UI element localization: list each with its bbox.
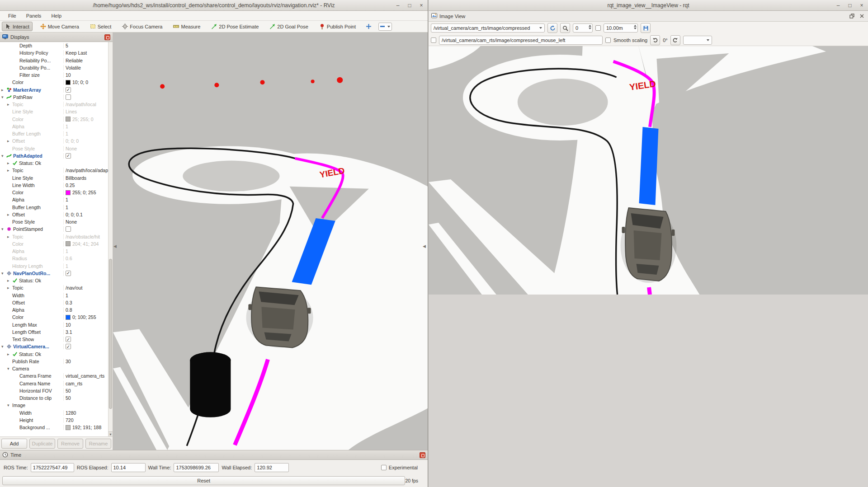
tool-options-combo[interactable] bbox=[378, 23, 392, 31]
tool-publish-point[interactable]: Publish Point bbox=[316, 22, 359, 31]
property-value[interactable]: 10 bbox=[66, 322, 71, 328]
property-value[interactable]: /nav/path/local bbox=[66, 102, 96, 107]
property-value[interactable]: None bbox=[66, 146, 77, 151]
topic-combo[interactable]: /virtual_camera/cam_rts/image/compressed bbox=[431, 23, 545, 33]
property-row[interactable]: Pose StyleNone bbox=[0, 218, 108, 225]
time-panel-header[interactable]: Time bbox=[0, 450, 428, 460]
property-row[interactable]: Buffer Length1 bbox=[0, 204, 108, 211]
property-value[interactable]: 5 bbox=[66, 43, 68, 48]
collapse-right-icon[interactable]: ◀ bbox=[423, 241, 427, 251]
property-value[interactable]: 1280 bbox=[66, 410, 76, 416]
expand-arrow-icon[interactable]: ▾ bbox=[1, 227, 6, 231]
property-row[interactable]: ▸MarkerArray✓ bbox=[0, 86, 108, 94]
panel-close-icon[interactable] bbox=[420, 452, 425, 458]
minimize-icon[interactable]: – bbox=[835, 2, 842, 9]
property-value[interactable]: Keep Last bbox=[66, 50, 87, 56]
property-row[interactable]: Publish Rate30 bbox=[0, 358, 108, 365]
property-row[interactable]: Reliability Po...Reliable bbox=[0, 57, 108, 64]
expand-arrow-icon[interactable]: ▸ bbox=[7, 286, 12, 290]
rotate-left-button[interactable] bbox=[650, 35, 660, 45]
property-row[interactable]: Color255; 0; 255 bbox=[0, 189, 108, 196]
property-value[interactable]: 0.25 bbox=[66, 183, 75, 188]
minimize-icon[interactable]: – bbox=[394, 2, 401, 9]
expand-arrow-icon[interactable]: ▾ bbox=[1, 95, 6, 99]
property-row[interactable]: Color10; 0; 0 bbox=[0, 79, 108, 86]
property-value[interactable]: 0.3 bbox=[66, 300, 72, 305]
enable-checkbox[interactable] bbox=[66, 226, 71, 232]
max-range-spinbox[interactable]: 10.00m bbox=[604, 23, 638, 33]
property-row[interactable]: ▸Topic/nav/path/local/adapted bbox=[0, 167, 108, 174]
property-row[interactable]: ▸Status: Ok bbox=[0, 351, 108, 358]
property-value[interactable]: /nav/path/local/adapted bbox=[66, 168, 108, 173]
property-value[interactable]: 1 bbox=[66, 293, 68, 298]
image-view-dock-titlebar[interactable]: Image View bbox=[429, 11, 868, 22]
property-value[interactable]: 0.6 bbox=[66, 256, 72, 261]
zoom-original-button[interactable] bbox=[560, 23, 570, 33]
close-icon[interactable]: × bbox=[418, 2, 425, 9]
property-row[interactable]: Depth5 bbox=[0, 42, 108, 49]
property-row[interactable]: Horizontal FOV50 bbox=[0, 387, 108, 394]
property-row[interactable]: Buffer Length1 bbox=[0, 130, 108, 137]
queue-size-spinbox[interactable]: 0 bbox=[573, 23, 593, 33]
property-row[interactable]: ▸Topic/nav/out bbox=[0, 284, 108, 291]
dynamic-range-checkbox[interactable] bbox=[595, 25, 601, 31]
scrollbar-down-icon[interactable]: ▼ bbox=[108, 431, 113, 436]
property-value[interactable]: 1 bbox=[66, 197, 68, 202]
property-value[interactable]: None bbox=[66, 219, 77, 225]
property-row[interactable]: Alpha1 bbox=[0, 196, 108, 203]
tool-focus-camera[interactable]: Focus Camera bbox=[119, 22, 165, 31]
property-row[interactable]: Length Max10 bbox=[0, 321, 108, 328]
property-value[interactable]: 25; 255; 0 bbox=[72, 117, 94, 122]
property-row[interactable]: ▾NavPlanOutRo...✓ bbox=[0, 270, 108, 277]
property-row[interactable]: Line StyleBillboards bbox=[0, 174, 108, 182]
property-row[interactable]: Alpha1 bbox=[0, 248, 108, 255]
property-value[interactable]: 30 bbox=[66, 359, 71, 364]
property-row[interactable]: Text Show✓ bbox=[0, 336, 108, 343]
property-value[interactable]: 50 bbox=[66, 388, 71, 393]
time-field-value[interactable]: 1752227547.49 bbox=[31, 463, 74, 472]
property-value[interactable]: 1 bbox=[66, 131, 68, 136]
menu-panels[interactable]: Panels bbox=[22, 12, 46, 20]
expand-arrow-icon[interactable]: ▾ bbox=[1, 344, 6, 349]
menu-help[interactable]: Help bbox=[47, 12, 66, 20]
property-row[interactable]: ▸Status: Ok bbox=[0, 159, 108, 167]
property-value[interactable]: 1 bbox=[66, 248, 68, 254]
expand-arrow-icon[interactable]: ▸ bbox=[7, 352, 12, 356]
mouse-topic-input[interactable]: /virtual_camera/cam_rts/image/compressed… bbox=[439, 36, 603, 45]
expand-arrow-icon[interactable]: ▸ bbox=[7, 102, 12, 107]
property-row[interactable]: Length Offset3.1 bbox=[0, 328, 108, 336]
property-row[interactable]: Line StyleLines bbox=[0, 108, 108, 115]
tool-measure[interactable]: Measure bbox=[170, 22, 203, 31]
property-value[interactable]: Billboards bbox=[66, 175, 86, 181]
property-row[interactable]: Line Width0.25 bbox=[0, 182, 108, 189]
enable-checkbox[interactable]: ✓ bbox=[66, 153, 71, 159]
property-value[interactable]: 720 bbox=[66, 417, 74, 423]
property-value[interactable]: 192; 191; 188 bbox=[72, 425, 101, 430]
property-row[interactable]: Background ...192; 191; 188 bbox=[0, 424, 108, 431]
property-value[interactable]: 10 bbox=[66, 72, 71, 78]
property-row[interactable]: History Length1 bbox=[0, 262, 108, 270]
tool-move-camera[interactable]: Move Camera bbox=[37, 22, 82, 31]
maximize-icon[interactable]: □ bbox=[406, 2, 413, 9]
property-row[interactable]: Width1 bbox=[0, 292, 108, 299]
tool-select[interactable]: Select bbox=[87, 22, 115, 31]
property-value[interactable]: virtual_camera_rts bbox=[66, 373, 104, 379]
tool-interact[interactable]: Interact bbox=[2, 22, 33, 31]
property-row[interactable]: History PolicyKeep Last bbox=[0, 49, 108, 56]
save-image-button[interactable] bbox=[641, 23, 651, 33]
expand-arrow-icon[interactable]: ▸ bbox=[7, 234, 12, 239]
property-value[interactable]: 1 bbox=[66, 263, 68, 269]
enable-checkbox[interactable]: ✓ bbox=[66, 87, 71, 93]
expand-arrow-icon[interactable]: ▸ bbox=[7, 139, 12, 143]
spin-arrows-icon[interactable] bbox=[634, 25, 637, 29]
maximize-icon[interactable]: □ bbox=[846, 2, 854, 9]
expand-arrow-icon[interactable]: ▸ bbox=[7, 161, 12, 165]
publish-click-checkbox[interactable] bbox=[431, 37, 436, 43]
color-swatch[interactable] bbox=[66, 315, 71, 320]
property-row[interactable]: ▸Topic/nav/obstacle/hit bbox=[0, 233, 108, 240]
displays-panel-header[interactable]: Displays bbox=[0, 33, 113, 42]
property-value[interactable]: cam_rts bbox=[66, 381, 82, 386]
close-icon[interactable]: × bbox=[858, 2, 865, 9]
property-row[interactable]: Color0; 100; 255 bbox=[0, 314, 108, 321]
spin-arrows-icon[interactable] bbox=[589, 25, 591, 29]
